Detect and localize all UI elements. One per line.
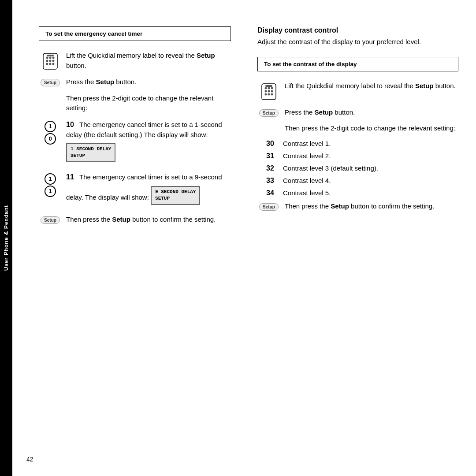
display-screen-1: 1 SECOND DELAYSETUP — [66, 143, 115, 162]
svg-point-8 — [49, 63, 52, 65]
svg-point-16 — [268, 90, 270, 92]
digit-0: 0 — [45, 133, 56, 145]
svg-rect-21 — [265, 85, 272, 87]
right-step2-text: Press the Setup button. — [285, 108, 458, 118]
svg-point-13 — [268, 87, 270, 89]
digit-1: 1 — [45, 121, 56, 132]
svg-rect-10 — [47, 55, 54, 56]
icon-cell-setup-confirm: Setup — [39, 215, 62, 224]
list-item: 34Contrast level 5. — [257, 189, 458, 197]
right-step3-text: Then press the 2-digit code to change th… — [285, 123, 458, 134]
svg-point-1 — [46, 57, 48, 59]
svg-point-5 — [49, 60, 52, 62]
icon-cell-empty — [39, 93, 62, 94]
right-intro-text: Adjust the contrast of the display to yo… — [257, 37, 458, 47]
digit-1a: 1 — [45, 173, 56, 185]
right-icon-cell-empty — [257, 123, 280, 124]
step6-text: Then press the Setup button to confirm t… — [66, 215, 231, 225]
left-column: To set the emergency cancel timer — [12, 0, 244, 476]
right-quickdial-icon — [259, 82, 279, 101]
display-screen-2: 9 SECOND DELAYSETUP — [151, 186, 200, 205]
list-item: 30Contrast level 1. — [257, 140, 458, 148]
left-section-box: To set the emergency cancel timer — [39, 26, 231, 41]
svg-point-2 — [49, 57, 52, 59]
icon-cell-setup: Setup — [39, 77, 62, 86]
svg-point-3 — [52, 57, 55, 59]
quickdial-icon — [41, 52, 60, 71]
step-row-6: Setup Then press the Setup button to con… — [39, 215, 231, 225]
right-icon-cell-confirm: Setup — [257, 201, 280, 211]
setup-confirm-icon: Setup — [41, 216, 60, 224]
svg-point-7 — [46, 63, 48, 65]
sidebar-label: User Phone & Pendant — [0, 0, 12, 476]
svg-point-6 — [52, 60, 55, 62]
svg-point-19 — [268, 93, 270, 95]
right-section-title: Display contrast control — [257, 26, 458, 34]
step-row: Lift the Quickdial memory label to revea… — [39, 51, 231, 71]
svg-point-9 — [52, 63, 55, 65]
svg-point-4 — [46, 60, 48, 62]
list-item: 33Contrast level 4. — [257, 177, 458, 185]
right-confirm-text: Then press the Setup button to confirm t… — [285, 201, 458, 212]
right-column: Display contrast control Adjust the cont… — [244, 0, 476, 476]
page-number: 42 — [26, 456, 33, 463]
svg-point-17 — [271, 90, 273, 92]
svg-point-20 — [271, 93, 273, 95]
list-item: 31Contrast level 2. — [257, 152, 458, 160]
right-step-confirm: Setup Then press the Setup button to con… — [257, 201, 458, 212]
right-icon-cell-phone — [257, 81, 280, 101]
step-row-3: Then press the 2-digit code to change th… — [39, 93, 231, 113]
right-setup-confirm-icon: Setup — [259, 203, 279, 211]
step4-text: 10The emergency cancel timer is set to a… — [66, 119, 231, 166]
svg-point-18 — [265, 93, 267, 95]
step2-text: Press the Setup button. — [66, 77, 231, 87]
right-setup-button-icon: Setup — [259, 109, 279, 117]
step-row-4: 1 0 10The emergency cancel timer is set … — [39, 119, 231, 166]
icon-cell-digits-10: 1 0 — [39, 119, 62, 145]
step5-text: 11The emergency cancel timer is set to a… — [66, 172, 231, 208]
svg-point-12 — [265, 87, 267, 89]
icon-cell-digits-11: 1 1 — [39, 172, 62, 197]
step-row-2: Setup Press the Setup button. — [39, 77, 231, 87]
right-section-box: To set the contrast of the display — [257, 57, 458, 71]
svg-point-15 — [265, 90, 267, 92]
right-step1-text: Lift the Quickdial memory label to revea… — [285, 81, 458, 91]
list-item: 32Contrast level 3 (default setting). — [257, 164, 458, 172]
setup-button-icon: Setup — [41, 79, 60, 86]
right-step-row-2: Setup Press the Setup button. — [257, 108, 458, 118]
step1-text: Lift the Quickdial memory label to revea… — [66, 51, 231, 71]
contrast-num-list: 30Contrast level 1. 31Contrast level 2. … — [257, 140, 458, 197]
right-step-row-1: Lift the Quickdial memory label to revea… — [257, 81, 458, 101]
right-step-row-3: Then press the 2-digit code to change th… — [257, 123, 458, 134]
right-icon-cell-setup: Setup — [257, 108, 280, 117]
digit-1b: 1 — [45, 186, 56, 197]
step-row-5: 1 1 11The emergency cancel timer is set … — [39, 172, 231, 208]
step3-text: Then press the 2-digit code to change th… — [66, 93, 231, 113]
svg-point-14 — [271, 87, 273, 89]
icon-cell-phone — [39, 51, 62, 71]
